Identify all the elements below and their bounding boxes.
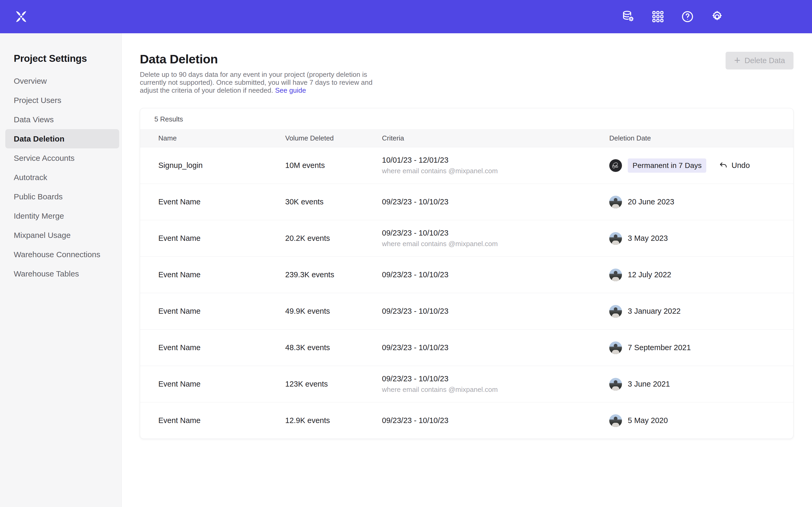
- table-row: Event Name 49.9K events 09/23/23 - 10/10…: [140, 293, 793, 329]
- sidebar-item-label: Identity Merge: [14, 212, 64, 221]
- delete-data-button-label: Delete Data: [745, 56, 785, 65]
- row-deletion-date-cell: 3 June 2021: [609, 378, 793, 391]
- row-deletion-date-cell: Permanent in 7 Days Undo: [609, 158, 793, 173]
- sidebar-item-service-accounts[interactable]: Service Accounts: [5, 149, 119, 168]
- row-name: Signup_login: [158, 161, 285, 170]
- description-line: currently not supported). Once submitted…: [140, 78, 794, 87]
- row-volume-deleted: 49.9K events: [285, 307, 382, 316]
- row-criteria-filter: where email contains @mixpanel.com: [382, 386, 609, 394]
- sidebar-item-overview[interactable]: Overview: [5, 71, 119, 91]
- undo-button[interactable]: Undo: [719, 161, 750, 170]
- sidebar-item-data-deletion[interactable]: Data Deletion: [5, 129, 119, 149]
- deletion-date-text: 20 June 2023: [628, 198, 674, 206]
- row-volume-deleted: 48.3K events: [285, 343, 382, 352]
- sidebar-item-project-users[interactable]: Project Users: [5, 91, 119, 110]
- row-criteria: 09/23/23 - 10/10/23: [382, 198, 609, 206]
- sidebar-item-label: Autotrack: [14, 173, 47, 182]
- row-volume-deleted: 12.9K events: [285, 416, 382, 425]
- row-name: Event Name: [158, 380, 285, 388]
- sidebar-item-public-boards[interactable]: Public Boards: [5, 187, 119, 206]
- deletion-date-text: 3 January 2022: [628, 307, 680, 316]
- page-description: Delete up to 90 days data for any event …: [140, 70, 794, 94]
- undo-icon: [719, 161, 728, 170]
- sidebar-item-label: Mixpanel Usage: [14, 231, 70, 240]
- user-avatar: [609, 414, 622, 427]
- sidebar-item-identity-merge[interactable]: Identity Merge: [5, 206, 119, 226]
- user-avatar: [609, 196, 622, 208]
- table-row: Event Name 239.3K events 09/23/23 - 10/1…: [140, 257, 793, 293]
- sidebar-item-label: Data Deletion: [14, 134, 64, 144]
- table-header-row: Name Volume Deleted Criteria Deletion Da…: [140, 129, 793, 147]
- sidebar-item-warehouse-tables[interactable]: Warehouse Tables: [5, 264, 119, 283]
- user-avatar: [609, 341, 622, 354]
- row-criteria: 09/23/23 - 10/10/23 where email contains…: [382, 229, 609, 248]
- row-deletion-date-cell: 3 January 2022: [609, 305, 793, 318]
- user-avatar: [609, 305, 622, 318]
- deletion-date-text: 7 September 2021: [628, 343, 691, 352]
- sidebar-item-label: Overview: [14, 76, 47, 86]
- sidebar-item-label: Project Users: [14, 96, 61, 105]
- sidebar-title: Project Settings: [14, 53, 121, 64]
- user-avatar: [609, 269, 622, 281]
- description-line: adjust the criteria of your deletion if …: [140, 87, 794, 94]
- row-criteria: 10/01/23 - 12/01/23 where email contains…: [382, 156, 609, 175]
- row-volume-deleted: 239.3K events: [285, 270, 382, 279]
- row-deletion-date-cell: 3 May 2023: [609, 232, 793, 245]
- sidebar-nav: Overview Project Users Data Views Data D…: [0, 71, 121, 283]
- see-guide-link[interactable]: See guide: [275, 87, 306, 94]
- plus-icon: +: [734, 55, 740, 65]
- help-icon[interactable]: [680, 9, 695, 24]
- column-header-volume-deleted: Volume Deleted: [285, 134, 382, 142]
- main-content: Data Deletion Delete up to 90 days data …: [121, 33, 812, 507]
- row-deletion-date-cell: 20 June 2023: [609, 196, 793, 208]
- row-criteria-filter: where email contains @mixpanel.com: [382, 167, 609, 175]
- column-header-criteria: Criteria: [382, 134, 609, 142]
- row-criteria-range: 09/23/23 - 10/10/23: [382, 375, 609, 383]
- deletion-table-card: 5 Results Name Volume Deleted Criteria D…: [140, 108, 794, 439]
- delete-data-button[interactable]: + Delete Data: [725, 52, 794, 69]
- table-row: Event Name 30K events 09/23/23 - 10/10/2…: [140, 183, 793, 220]
- deletion-date-text: 12 July 2022: [628, 270, 671, 279]
- sidebar-item-mixpanel-usage[interactable]: Mixpanel Usage: [5, 226, 119, 245]
- page-title: Data Deletion: [140, 52, 794, 66]
- deletion-date-text: 3 June 2021: [628, 380, 670, 388]
- sidebar-item-data-views[interactable]: Data Views: [5, 110, 119, 129]
- data-management-icon[interactable]: [621, 9, 636, 24]
- row-criteria-range: 09/23/23 - 10/10/23: [382, 198, 609, 206]
- row-name: Event Name: [158, 270, 285, 279]
- status-badge: Permanent in 7 Days: [628, 158, 706, 173]
- row-criteria: 09/23/23 - 10/10/23: [382, 416, 609, 425]
- deletion-date-text: 3 May 2023: [628, 234, 668, 243]
- sidebar-item-label: Warehouse Tables: [14, 269, 79, 278]
- mixpanel-logo[interactable]: [15, 10, 28, 23]
- sidebar-item-label: Data Views: [14, 115, 54, 124]
- sidebar-item-label: Public Boards: [14, 192, 63, 201]
- row-criteria: 09/23/23 - 10/10/23: [382, 270, 609, 279]
- column-header-name: Name: [158, 134, 285, 142]
- row-criteria-range: 09/23/23 - 10/10/23: [382, 270, 609, 279]
- table-row: Event Name 48.3K events 09/23/23 - 10/10…: [140, 329, 793, 366]
- sidebar: Project Settings Overview Project Users …: [0, 33, 121, 507]
- row-criteria: 09/23/23 - 10/10/23 where email contains…: [382, 375, 609, 394]
- settings-icon[interactable]: [709, 9, 725, 24]
- row-criteria-filter: where email contains @mixpanel.com: [382, 240, 609, 248]
- user-avatar: [609, 378, 622, 391]
- table-row: Signup_login 10M events 10/01/23 - 12/01…: [140, 147, 793, 183]
- apps-grid-icon[interactable]: [650, 9, 666, 24]
- row-volume-deleted: 123K events: [285, 380, 382, 388]
- row-volume-deleted: 30K events: [285, 198, 382, 206]
- sidebar-item-warehouse-connections[interactable]: Warehouse Connections: [5, 245, 119, 264]
- table-body: Signup_login 10M events 10/01/23 - 12/01…: [140, 147, 793, 439]
- table-row: Event Name 12.9K events 09/23/23 - 10/10…: [140, 402, 793, 439]
- row-name: Event Name: [158, 307, 285, 316]
- row-deletion-date-cell: 7 September 2021: [609, 341, 793, 354]
- row-criteria-range: 09/23/23 - 10/10/23: [382, 343, 609, 352]
- doodle-avatar-art: [610, 160, 621, 171]
- sidebar-item-autotrack[interactable]: Autotrack: [5, 168, 119, 187]
- topbar: [0, 0, 812, 33]
- row-volume-deleted: 10M events: [285, 161, 382, 170]
- row-criteria-range: 09/23/23 - 10/10/23: [382, 307, 609, 316]
- row-name: Event Name: [158, 416, 285, 425]
- table-row: Event Name 20.2K events 09/23/23 - 10/10…: [140, 220, 793, 257]
- deletion-date-text: 5 May 2020: [628, 416, 668, 425]
